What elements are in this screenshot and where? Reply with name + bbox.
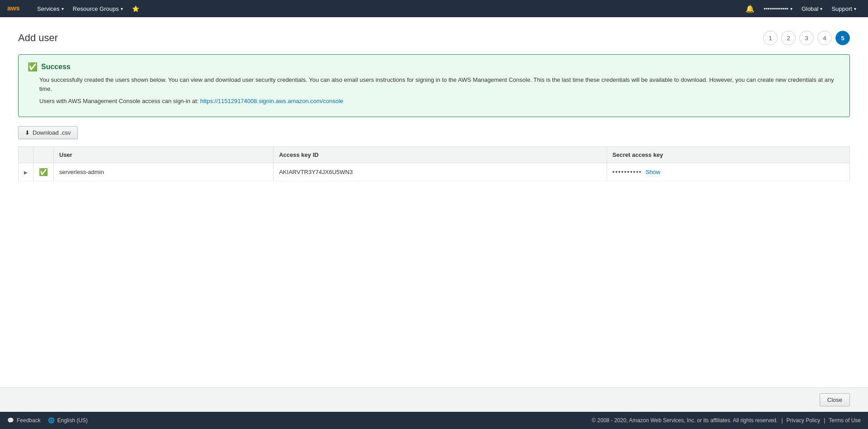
footer-left: 💬 Feedback 🌐 English (US) <box>7 417 88 424</box>
globe-icon: 🌐 <box>48 417 55 424</box>
success-check-icon: ✅ <box>28 62 38 72</box>
nav-right-section: 🔔 •••••••••••• ▾ Global ▾ Support ▾ <box>741 0 861 17</box>
download-icon: ⬇ <box>25 129 30 136</box>
footer: 💬 Feedback 🌐 English (US) © 2008 - 2020,… <box>0 412 868 429</box>
success-banner: ✅ Success You successfully created the u… <box>18 54 850 117</box>
global-region-menu[interactable]: Global ▾ <box>797 0 827 17</box>
services-chevron-icon: ▾ <box>61 6 64 11</box>
account-menu[interactable]: •••••••••••• ▾ <box>759 5 797 12</box>
support-menu[interactable]: Support ▾ <box>827 0 861 17</box>
global-chevron-icon: ▾ <box>820 6 822 11</box>
col-expand-header <box>19 146 33 163</box>
success-title: Success <box>41 63 71 71</box>
status-cell: ✅ <box>33 163 54 181</box>
language-selector[interactable]: 🌐 English (US) <box>48 417 88 424</box>
step-indicator: 1 2 3 4 5 <box>763 31 850 45</box>
feedback-button[interactable]: 💬 Feedback <box>7 417 41 424</box>
secret-key-dots: •••••••••• <box>613 169 642 175</box>
download-csv-button[interactable]: ⬇ Download .csv <box>18 126 78 139</box>
show-secret-key-link[interactable]: Show <box>646 169 660 175</box>
success-description: You successfully created the users shown… <box>39 75 840 93</box>
col-access-key-header: Access key ID <box>274 146 607 163</box>
username-cell: serverless-admin <box>54 163 274 181</box>
console-signin-link[interactable]: https://115129174008.signin.aws.amazon.c… <box>200 98 344 104</box>
expand-cell: ▶ <box>19 163 33 181</box>
close-area: Close <box>0 387 868 412</box>
main-content: Add user 1 2 3 4 5 ✅ Success You success… <box>0 17 868 387</box>
expand-row-icon[interactable]: ▶ <box>24 170 28 175</box>
aws-logo[interactable]: aws <box>7 3 25 14</box>
username-value: serverless-admin <box>59 169 104 175</box>
account-chevron-icon: ▾ <box>790 6 793 11</box>
success-body: You successfully created the users shown… <box>39 75 840 106</box>
step-2: 2 <box>781 31 796 45</box>
page-header: Add user 1 2 3 4 5 <box>18 31 850 45</box>
top-navigation: aws Services ▾ Resource Groups ▾ ⭐ 🔔 •••… <box>0 0 868 17</box>
success-header: ✅ Success <box>28 62 840 72</box>
footer-right: © 2008 - 2020, Amazon Web Services, Inc.… <box>592 417 861 424</box>
col-user-header: User <box>54 146 274 163</box>
privacy-policy-link[interactable]: Privacy Policy <box>787 417 821 424</box>
step-5: 5 <box>835 31 850 45</box>
step-4: 4 <box>817 31 832 45</box>
table-row: ▶ ✅ serverless-admin AKIARVTR3Y74JX6U5WN… <box>19 163 850 181</box>
terms-of-use-link[interactable]: Terms of Use <box>829 417 861 424</box>
bookmarks-icon[interactable]: ⭐ <box>127 0 144 17</box>
table-header: User Access key ID Secret access key <box>19 146 850 163</box>
resource-groups-chevron-icon: ▾ <box>121 6 123 11</box>
page-title: Add user <box>18 32 58 44</box>
services-menu[interactable]: Services ▾ <box>33 0 68 17</box>
row-success-icon: ✅ <box>39 168 48 176</box>
secret-key-cell: •••••••••• Show <box>607 163 849 181</box>
copyright-text: © 2008 - 2020, Amazon Web Services, Inc.… <box>592 417 778 424</box>
resource-groups-menu[interactable]: Resource Groups ▾ <box>68 0 127 17</box>
user-credentials-table: User Access key ID Secret access key ▶ ✅… <box>18 146 850 181</box>
chat-icon: 💬 <box>7 417 14 424</box>
close-button[interactable]: Close <box>820 393 850 406</box>
access-key-value: AKIARVTR3Y74JX6U5WN3 <box>279 169 353 175</box>
access-key-cell: AKIARVTR3Y74JX6U5WN3 <box>274 163 607 181</box>
success-signin-info: Users with AWS Management Console access… <box>39 97 840 106</box>
svg-text:aws: aws <box>7 5 20 12</box>
col-secret-key-header: Secret access key <box>607 146 849 163</box>
support-chevron-icon: ▾ <box>854 6 856 11</box>
table-body: ▶ ✅ serverless-admin AKIARVTR3Y74JX6U5WN… <box>19 163 850 181</box>
step-1: 1 <box>763 31 778 45</box>
step-3: 3 <box>799 31 814 45</box>
notifications-bell-icon[interactable]: 🔔 <box>741 5 759 13</box>
col-status-header <box>33 146 54 163</box>
